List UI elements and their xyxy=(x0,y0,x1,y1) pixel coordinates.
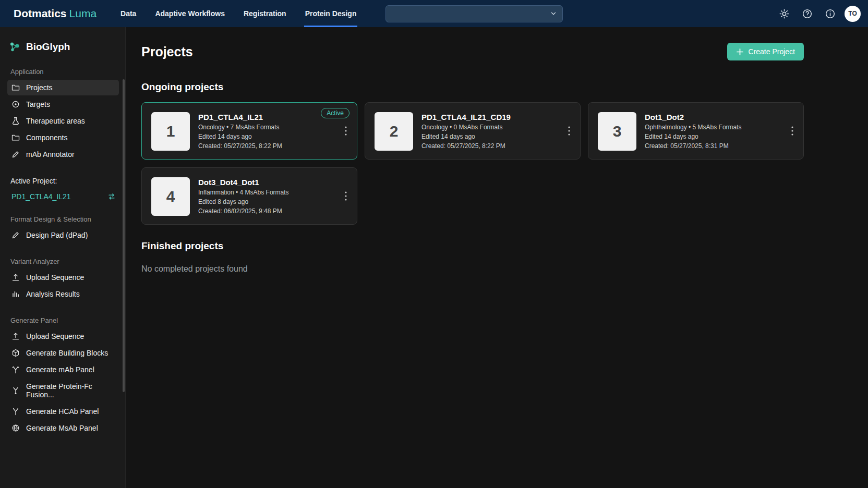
dotmatics-logo: Dotmatics Luma xyxy=(14,0,97,27)
settings-button[interactable] xyxy=(776,5,792,22)
page-title: Projects xyxy=(141,44,193,59)
project-created: Created: 05/27/2025, 8:31 PM xyxy=(645,142,742,150)
help-button[interactable] xyxy=(799,5,815,22)
project-number-tile: 3 xyxy=(598,112,636,151)
section-label-variant-analyzer: Variant Analyzer xyxy=(10,258,119,265)
project-meta: Ophthalmology • 5 MsAbs Formats xyxy=(645,124,742,131)
sidebar-item-label: Generate Protein-Fc Fusion... xyxy=(26,382,115,399)
sidebar-item-generate-protein-fc-fusion[interactable]: Generate Protein-Fc Fusion... xyxy=(7,379,119,402)
active-badge: Active xyxy=(321,108,349,118)
folder-icon xyxy=(11,83,20,92)
create-project-label: Create Project xyxy=(749,47,795,56)
sidebar-item-generate-msab-panel[interactable]: Generate MsAb Panel xyxy=(7,420,119,436)
project-meta: Oncology • 0 MsAbs Formats xyxy=(421,124,511,131)
project-number: 1 xyxy=(166,123,175,140)
project-card[interactable]: 1 PD1_CTLA4_IL21 Oncology • 7 MsAbs Form… xyxy=(141,102,357,160)
project-menu-button[interactable] xyxy=(562,123,576,139)
project-edited: Edited 8 days ago xyxy=(198,198,289,205)
project-menu-button[interactable] xyxy=(339,188,353,204)
nav-item-data[interactable]: Data xyxy=(111,0,146,27)
product-name: Luma xyxy=(69,7,97,20)
sidebar-item-label: Design Pad (dPad) xyxy=(26,231,88,239)
project-created: Created: 06/02/2025, 9:48 PM xyxy=(198,208,289,215)
sidebar-scrollbar[interactable] xyxy=(123,79,125,392)
info-button[interactable] xyxy=(822,5,838,22)
bioglyph-logo-icon xyxy=(8,41,21,53)
sidebar-item-design-pad[interactable]: Design Pad (dPad) xyxy=(7,227,119,243)
section-label-format-design: Format Design & Selection xyxy=(10,215,119,223)
upload-icon xyxy=(11,332,20,340)
user-avatar[interactable]: TO xyxy=(845,6,861,22)
upload-icon xyxy=(11,273,20,282)
sidebar-item-label: Targets xyxy=(26,100,50,108)
nav-item-registration[interactable]: Registration xyxy=(234,0,296,27)
project-name: Dot3_Dot4_Dot1 xyxy=(198,178,289,187)
swap-icon xyxy=(107,192,116,201)
fusion-icon xyxy=(11,386,20,395)
project-number: 3 xyxy=(613,123,622,140)
project-card[interactable]: 3 Dot1_Dot2 Ophthalmology • 5 MsAbs Form… xyxy=(588,102,804,160)
project-card-grid: 1 PD1_CTLA4_IL21 Oncology • 7 MsAbs Form… xyxy=(141,102,804,225)
sidebar-item-label: Generate HCAb Panel xyxy=(26,407,99,416)
gear-icon xyxy=(779,9,789,19)
create-project-button[interactable]: Create Project xyxy=(727,43,804,60)
nav-item-label: Adaptive Workflows xyxy=(155,9,225,18)
sidebar-item-projects[interactable]: Projects xyxy=(7,80,119,95)
finished-projects-heading: Finished projects xyxy=(141,240,804,252)
nav-item-label: Protein Design xyxy=(305,9,357,18)
project-number: 4 xyxy=(166,188,175,205)
chevron-down-icon xyxy=(550,10,557,17)
sidebar-item-targets[interactable]: Targets xyxy=(7,96,119,112)
ongoing-projects-heading: Ongoing projects xyxy=(141,81,804,93)
project-number: 2 xyxy=(390,123,399,140)
project-name: PD1_CTLA4_IL21 xyxy=(198,113,282,121)
sidebar-item-analysis-results[interactable]: Analysis Results xyxy=(7,286,119,302)
project-created: Created: 05/27/2025, 8:22 PM xyxy=(421,142,511,150)
folder-icon xyxy=(11,133,20,142)
sidebar-item-label: Generate mAb Panel xyxy=(26,365,94,374)
section-label-application: Application xyxy=(10,68,119,76)
nav-item-adaptive-workflows[interactable]: Adaptive Workflows xyxy=(146,0,234,27)
active-project-row: PD1_CTLA4_IL21 xyxy=(7,192,119,201)
antibody-icon xyxy=(11,407,20,416)
section-label-generate-panel: Generate Panel xyxy=(10,316,119,324)
project-card[interactable]: 2 PD1_CTLA4_IL21_CD19 Oncology • 0 MsAbs… xyxy=(365,102,581,160)
sidebar: BioGlyph Application Projects Targets Th… xyxy=(0,27,126,488)
sidebar-item-label: Therapeutic areas xyxy=(26,117,85,125)
sidebar-item-label: Components xyxy=(26,133,67,142)
project-meta: Inflammation • 4 MsAbs Formats xyxy=(198,189,289,196)
sidebar-item-gp-upload-sequence[interactable]: Upload Sequence xyxy=(7,328,119,344)
project-edited: Edited 14 days ago xyxy=(421,133,511,140)
sidebar-item-generate-building-blocks[interactable]: Generate Building Blocks xyxy=(7,345,119,361)
project-card[interactable]: 4 Dot3_Dot4_Dot1 Inflammation • 4 MsAbs … xyxy=(141,167,357,225)
active-project-name[interactable]: PD1_CTLA4_IL21 xyxy=(11,192,71,201)
flask-icon xyxy=(11,117,20,125)
sidebar-item-upload-sequence[interactable]: Upload Sequence xyxy=(7,270,119,285)
info-icon xyxy=(825,9,835,19)
project-menu-button[interactable] xyxy=(339,123,353,139)
sidebar-item-label: Generate MsAb Panel xyxy=(26,424,98,432)
sidebar-item-mab-annotator[interactable]: mAb Annotator xyxy=(7,147,119,162)
sidebar-item-label: Projects xyxy=(26,83,53,92)
sidebar-item-label: Upload Sequence xyxy=(26,332,84,340)
project-select[interactable] xyxy=(385,5,563,22)
nav-item-protein-design[interactable]: Protein Design xyxy=(296,0,366,27)
project-menu-button[interactable] xyxy=(786,123,799,139)
bar-chart-icon xyxy=(11,290,20,298)
sidebar-item-generate-hcab-panel[interactable]: Generate HCAb Panel xyxy=(7,404,119,419)
project-number-tile: 4 xyxy=(151,177,190,216)
kebab-icon xyxy=(791,126,793,136)
antibody-icon xyxy=(11,365,20,374)
target-icon xyxy=(11,100,20,108)
sidebar-item-label: mAb Annotator xyxy=(26,150,75,158)
project-edited: Edited 14 days ago xyxy=(645,133,742,140)
nav-item-label: Registration xyxy=(244,9,286,18)
sidebar-item-components[interactable]: Components xyxy=(7,130,119,145)
project-number-tile: 2 xyxy=(375,112,413,151)
sidebar-item-generate-mab-panel[interactable]: Generate mAb Panel xyxy=(7,362,119,377)
app-name: BioGlyph xyxy=(26,41,70,53)
empty-finished-message: No completed projects found xyxy=(141,264,804,274)
switch-project-button[interactable] xyxy=(107,192,116,201)
sidebar-item-therapeutic-areas[interactable]: Therapeutic areas xyxy=(7,113,119,129)
avatar-initials: TO xyxy=(848,10,857,17)
